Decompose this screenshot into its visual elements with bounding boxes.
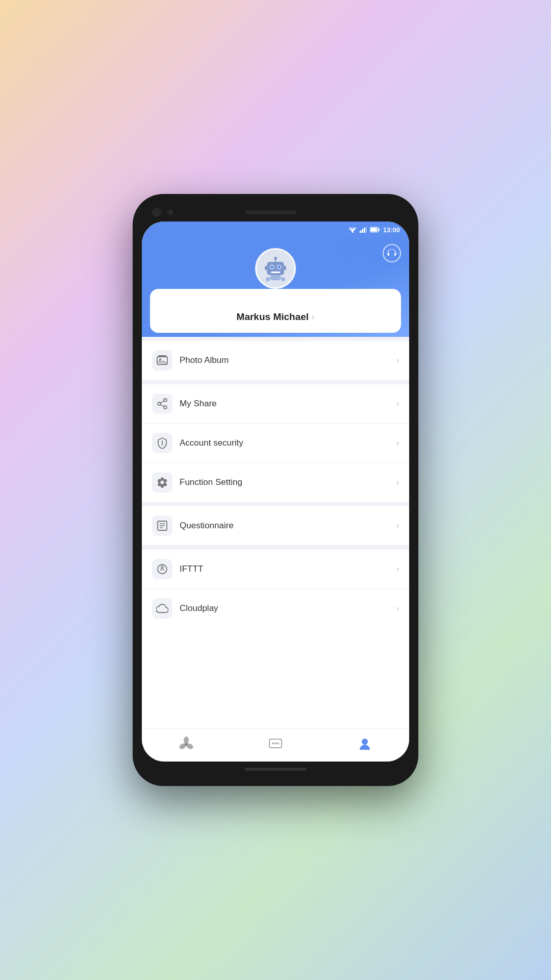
camera-lens	[152, 208, 161, 217]
support-button[interactable]	[383, 244, 401, 262]
screen-content: 13:00	[142, 222, 409, 762]
svg-point-46	[185, 743, 188, 746]
profile-chevron-icon: ›	[312, 312, 314, 322]
svg-point-26	[281, 277, 285, 281]
phone-device: 13:00	[133, 194, 418, 786]
menu-item-my-share[interactable]: My Share ›	[142, 384, 409, 424]
section-divider	[142, 380, 409, 384]
status-icons: 13:00	[348, 226, 400, 234]
svg-rect-24	[270, 275, 281, 280]
svg-point-43	[184, 737, 189, 744]
fan-icon-wrap	[178, 736, 194, 752]
photo-album-icon-wrap	[152, 350, 172, 371]
phone-bottom-bar	[142, 762, 409, 777]
svg-point-12	[343, 255, 409, 322]
bottom-nav	[142, 728, 409, 762]
svg-point-21	[274, 257, 277, 260]
profile-name: Markus Michael	[237, 311, 309, 323]
svg-point-50	[277, 743, 279, 745]
section-divider-3	[142, 546, 409, 550]
home-indicator	[245, 768, 306, 771]
svg-point-36	[162, 444, 163, 445]
battery-icon	[370, 227, 380, 233]
svg-point-10	[363, 255, 409, 301]
cloudplay-label: Cloudplay	[180, 603, 396, 614]
photo-album-icon	[156, 354, 168, 366]
svg-rect-22	[265, 266, 267, 270]
svg-rect-19	[271, 272, 280, 273]
questionnaire-chevron: ›	[396, 521, 399, 530]
svg-rect-8	[379, 229, 380, 231]
status-time: 13:00	[383, 226, 400, 234]
status-bar: 13:00	[142, 222, 409, 238]
svg-point-32	[164, 406, 167, 409]
svg-point-49	[274, 743, 277, 745]
svg-point-13	[338, 276, 389, 327]
svg-rect-9	[370, 228, 377, 231]
photo-album-chevron: ›	[396, 356, 399, 365]
svg-line-33	[161, 401, 164, 403]
person-icon-wrap	[357, 736, 373, 752]
robot-avatar-icon	[262, 255, 289, 282]
my-share-label: My Share	[180, 399, 396, 409]
menu-item-questionnaire[interactable]: Questionnaire ›	[142, 506, 409, 546]
speaker	[245, 210, 296, 214]
person-icon	[357, 737, 372, 752]
svg-point-42	[161, 566, 163, 568]
svg-line-34	[161, 404, 164, 406]
ifttt-label: IFTTT	[180, 564, 396, 574]
menu-item-ifttt[interactable]: IFTTT ›	[142, 550, 409, 589]
menu-item-account-security[interactable]: Account security ›	[142, 424, 409, 463]
svg-rect-29	[158, 355, 166, 357]
svg-rect-3	[360, 231, 361, 233]
photo-album-label: Photo Album	[180, 355, 396, 365]
menu-list: Photo Album › My Sh	[142, 341, 409, 728]
ifttt-icon	[156, 563, 168, 575]
svg-point-17	[270, 265, 273, 268]
nav-item-chat[interactable]	[257, 734, 294, 754]
my-share-icon-wrap	[152, 394, 172, 414]
function-setting-label: Function Setting	[180, 477, 396, 487]
profile-area: Markus Michael ›	[142, 238, 409, 337]
svg-point-51	[362, 739, 368, 745]
signal-icon	[360, 227, 367, 233]
cloudplay-chevron: ›	[396, 604, 399, 613]
chat-icon	[268, 737, 283, 752]
function-setting-icon	[156, 476, 168, 488]
camera-sensor	[167, 209, 173, 215]
questionnaire-icon-wrap	[152, 516, 172, 536]
header-decoration	[328, 255, 409, 337]
svg-point-30	[164, 399, 167, 402]
account-security-label: Account security	[180, 438, 396, 448]
divider	[142, 337, 409, 341]
svg-point-25	[266, 277, 270, 281]
nav-item-profile[interactable]	[346, 734, 383, 754]
fan-icon	[179, 737, 194, 752]
svg-point-31	[158, 402, 161, 405]
section-divider-2	[142, 502, 409, 506]
cloudplay-icon	[156, 602, 168, 615]
phone-screen: 13:00	[142, 222, 409, 762]
svg-rect-6	[366, 227, 367, 233]
account-security-chevron: ›	[396, 438, 399, 448]
menu-item-function-setting[interactable]: Function Setting ›	[142, 463, 409, 502]
svg-point-48	[272, 743, 274, 745]
profile-name-row[interactable]: Markus Michael ›	[237, 311, 315, 323]
account-security-icon-wrap	[152, 433, 172, 453]
svg-rect-5	[364, 228, 365, 233]
phone-top-bar	[142, 203, 409, 222]
svg-point-11	[353, 255, 409, 311]
svg-rect-23	[284, 266, 286, 270]
svg-rect-14	[267, 262, 284, 275]
chat-icon-wrap	[267, 736, 284, 752]
my-share-icon	[156, 398, 168, 410]
ifttt-icon-wrap	[152, 559, 172, 579]
menu-item-photo-album[interactable]: Photo Album ›	[142, 341, 409, 380]
nav-item-home[interactable]	[168, 734, 205, 754]
headphones-icon	[387, 248, 397, 258]
function-setting-chevron: ›	[396, 478, 399, 487]
menu-item-cloudplay[interactable]: Cloudplay ›	[142, 589, 409, 628]
svg-rect-4	[362, 229, 363, 233]
wifi-icon	[348, 227, 357, 233]
avatar[interactable]	[255, 248, 296, 289]
